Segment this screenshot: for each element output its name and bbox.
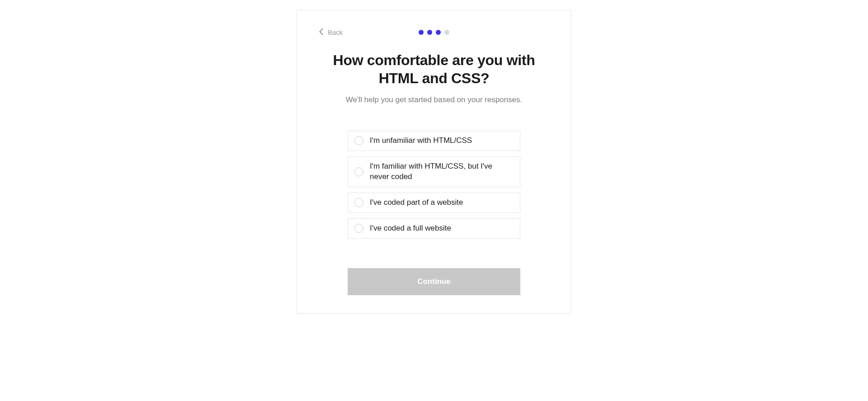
progress-dot-2 [427,30,432,35]
continue-label: Continue [417,277,451,286]
radio-icon [354,136,363,145]
onboarding-card: Back How comfortable are you with HTML a… [297,10,571,314]
option-unfamiliar[interactable]: I'm unfamiliar with HTML/CSS [348,131,520,151]
option-coded-part[interactable]: I've coded part of a website [348,193,520,213]
page-title: How comfortable are you with HTML and CS… [319,51,549,87]
option-familiar-never-coded[interactable]: I'm familiar with HTML/CSS, but I've nev… [348,156,520,187]
page-subtitle: We'll help you get started based on your… [319,95,549,104]
option-label: I'm familiar with HTML/CSS, but I've nev… [370,161,514,182]
progress-dot-1 [419,30,424,35]
options-group: I'm unfamiliar with HTML/CSS I'm familia… [348,131,520,239]
option-label: I'm unfamiliar with HTML/CSS [370,136,472,146]
radio-icon [354,224,363,233]
radio-icon [354,198,363,207]
radio-icon [354,167,363,176]
back-button[interactable]: Back [319,28,343,37]
continue-button[interactable]: Continue [348,268,520,295]
progress-indicator [419,30,449,35]
option-label: I've coded part of a website [370,198,463,208]
progress-dot-4 [444,30,449,35]
option-label: I've coded a full website [370,223,451,234]
chevron-left-icon [319,28,324,37]
top-bar: Back [319,27,549,38]
progress-dot-3 [436,30,441,35]
back-label: Back [328,28,343,36]
option-coded-full[interactable]: I've coded a full website [348,218,520,239]
